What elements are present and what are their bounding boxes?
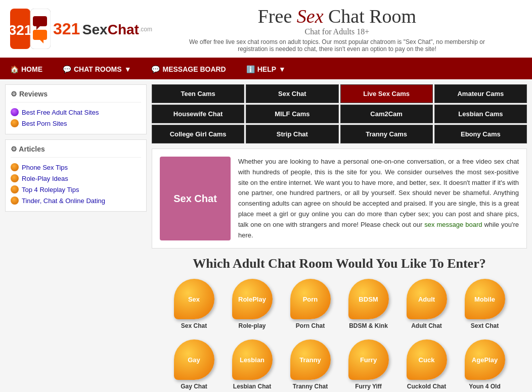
chat-icon: 💬 [63,65,71,73]
purple-icon [11,108,19,116]
logo-area: 321 321 SexChat.com [10,9,152,49]
chat-cell-housewife-chat[interactable]: Housewife Chat [152,105,244,123]
articles-box: ⚙ Articles Phone Sex Tips Role-Play Idea… [5,139,147,212]
chat-cell-college-girl[interactable]: College Girl Cams [152,125,244,143]
room-item-roleplay[interactable]: RolePlay Role-play [227,279,278,329]
chat-cell-ebony-cams[interactable]: Ebony Cams [434,125,527,143]
sidebar-link-phone-sex[interactable]: Phone Sex Tips [11,162,141,173]
reviews-box: ⚙ Reviews Best Free Adult Chat Sites Bes… [5,84,147,134]
svg-rect-1 [30,9,51,49]
room-bubble-cuck: Cuck [407,339,447,380]
room-item-lesbian[interactable]: Lesbian Lesbian Chat [227,339,278,390]
header-subtitle: Chat for Adults 18+ [152,27,522,36]
orange-icon-1 [11,163,19,171]
chat-cell-strip-chat[interactable]: Strip Chat [246,125,338,143]
chat-cell-teen-cams[interactable]: Teen Cams [152,84,244,103]
room-bubble-sex: Sex [174,279,214,319]
orange-icon [11,119,19,127]
room-label-bdsm: BDSM & Kink [349,322,388,329]
room-item-bdsm[interactable]: BDSM BDSM & Kink [343,279,394,329]
room-label-porn: Porn Chat [296,322,325,329]
room-bubble-furry: Furry [348,339,389,380]
orange-icon-2 [11,174,19,182]
room-item-furry[interactable]: Furry Furry Yiff [343,339,394,390]
chat-cell-cam2cam[interactable]: Cam2Cam [340,105,433,123]
content-wrap: ⚙ Reviews Best Free Adult Chat Sites Bes… [0,79,532,392]
room-label-tranny: Tranny Chat [293,383,328,390]
room-label-mobile: Sext Chat [471,322,499,329]
svg-text:321: 321 [10,22,32,38]
room-bubble-tranny: Tranny [290,339,331,380]
room-label-gay: Gay Chat [181,383,207,390]
nav-chat-rooms[interactable]: 💬 CHAT ROOMS ▼ [53,59,141,79]
room-bubble-ageplay: AgePlay [465,339,505,380]
chat-cell-sex-chat[interactable]: Sex Chat [246,84,338,103]
room-bubble-gay: Gay [174,339,214,380]
sidebar-link-adult-chat[interactable]: Best Free Adult Chat Sites [11,107,141,118]
room-label-sex: Sex Chat [181,322,207,329]
sex-chat-button[interactable]: Sex Chat [160,157,231,240]
home-icon: 🏠 [10,65,19,73]
articles-title: ⚙ Articles [11,145,141,158]
sidebar-link-roleplay-tips[interactable]: Top 4 Roleplay Tips [11,184,141,195]
room-bubble-bdsm: BDSM [348,279,389,319]
room-item-gay[interactable]: Gay Gay Chat [169,339,219,390]
reviews-title: ⚙ Reviews [11,90,141,103]
room-bubble-mobile: Mobile [465,279,505,319]
top-banner: 321 321 SexChat.com Free Sex Chat Room C… [0,0,532,59]
room-item-adult[interactable]: Adult Adult Chat [402,279,452,329]
room-bubble-porn: Porn [290,279,331,319]
room-bubble-roleplay: RolePlay [232,279,273,319]
sidebar-link-roleplay[interactable]: Role-Play Ideas [11,173,141,184]
room-label-adult: Adult Chat [411,322,442,329]
chat-grid: Teen Cams Sex Chat Live Sex Cams Amateur… [152,84,527,143]
room-item-mobile[interactable]: Mobile Sext Chat [460,279,510,329]
header-text: Free Sex Chat Room Chat for Adults 18+ W… [152,5,522,53]
chat-cell-live-sex-cams[interactable]: Live Sex Cams [340,84,433,103]
rooms-row-1: Sex Sex Chat RolePlay Role-play Porn Por… [152,279,527,329]
nav-message-board[interactable]: 💬 MESSAGE BOARD [141,59,236,79]
room-item-ageplay[interactable]: AgePlay Youn 4 Old [460,339,510,390]
dropdown-arrow-icon: ▼ [124,65,131,73]
chat-cell-tranny-cams[interactable]: Tranny Cams [340,125,433,143]
sidebar: ⚙ Reviews Best Free Adult Chat Sites Bes… [5,84,147,392]
board-icon: 💬 [151,65,160,73]
room-item-tranny[interactable]: Tranny Tranny Chat [285,339,336,390]
logo-icon: 321 [10,9,51,49]
room-label-roleplay: Role-play [238,322,265,329]
room-item-sex[interactable]: Sex Sex Chat [169,279,219,329]
orange-icon-4 [11,197,19,205]
message-board-link[interactable]: sex message board [424,221,482,228]
room-label-furry: Furry Yiff [355,383,382,390]
room-label-cuck: Cuckold Chat [407,383,446,390]
help-icon: ℹ️ [246,65,255,73]
help-dropdown-arrow-icon: ▼ [279,65,286,73]
room-label-ageplay: Youn 4 Old [469,383,500,390]
logo-text: 321 SexChat.com [53,20,152,38]
room-bubble-adult: Adult [407,279,447,319]
room-label-lesbian: Lesbian Chat [233,383,271,390]
svg-rect-5 [33,30,47,40]
chat-cell-milf-cams[interactable]: MILF Cams [246,105,338,123]
room-item-cuck[interactable]: Cuck Cuckold Chat [402,339,452,390]
chat-cell-amateur-cams[interactable]: Amateur Cams [434,84,527,103]
desc-box: Sex Chat Whether you are looking to have… [152,149,527,249]
sidebar-link-tinder[interactable]: Tinder, Chat & Online Dating [11,195,141,206]
rooms-row-2: Gay Gay Chat Lesbian Lesbian Chat Tranny… [152,339,527,390]
rooms-section-title: Which Adult Chat Room Would You Like To … [152,256,527,271]
nav-help[interactable]: ℹ️ HELP ▼ [236,59,296,79]
header-desc: We offer free live sex chat rooms on adu… [185,38,489,53]
sidebar-link-porn-sites[interactable]: Best Porn Sites [11,118,141,129]
orange-icon-3 [11,185,19,193]
room-bubble-lesbian: Lesbian [232,339,273,380]
nav-bar: 🏠 HOME 💬 CHAT ROOMS ▼ 💬 MESSAGE BOARD ℹ️… [0,59,532,79]
description-text: Whether you are looking to have a person… [238,157,519,240]
svg-rect-3 [33,16,47,26]
nav-home[interactable]: 🏠 HOME [0,59,53,79]
chat-cell-lesbian-cams[interactable]: Lesbian Cams [434,105,527,123]
header-title: Free Sex Chat Room [152,5,522,27]
main-content: Teen Cams Sex Chat Live Sex Cams Amateur… [152,84,527,392]
room-item-porn[interactable]: Porn Porn Chat [285,279,336,329]
